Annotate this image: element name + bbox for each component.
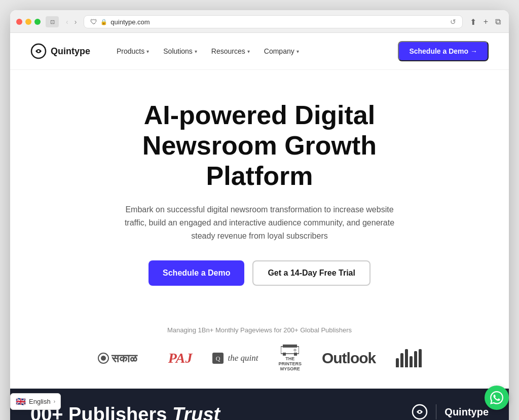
paj-logo: PAJ [168, 348, 193, 368]
dark-logo-area: Quintype [412, 404, 489, 420]
quintype-logo-icon [30, 43, 47, 59]
printers-text: THEPRINTERSMYSORE [278, 357, 302, 372]
nav-company[interactable]: Company ▾ [258, 43, 305, 59]
refresh-icon[interactable]: ↺ [450, 18, 456, 26]
url-text: quintype.com [110, 18, 150, 26]
bar4 [410, 356, 413, 367]
logo-area[interactable]: Quintype [30, 43, 90, 59]
windows-button[interactable]: ⧉ [493, 16, 503, 27]
printers-mysore-logo: THEPRINTERSMYSORE [278, 348, 302, 368]
logo-text: Quintype [51, 46, 90, 57]
svg-rect-7 [281, 347, 299, 354]
bar6 [419, 349, 422, 367]
svg-point-11 [294, 349, 296, 351]
language-selector[interactable]: 🇬🇧 English › [10, 393, 61, 410]
publishers-section: Managing 1Bn+ Monthly Pageviews for 200+… [10, 311, 509, 389]
dark-logo-divider [436, 404, 436, 419]
nav-resources[interactable]: Resources ▾ [205, 43, 256, 59]
flag-icon: 🇬🇧 [16, 397, 26, 406]
hero-schedule-demo-button[interactable]: Schedule a Demo [149, 260, 244, 286]
resources-chevron-icon: ▾ [247, 49, 250, 54]
browser-controls: ⊡ [46, 16, 59, 27]
publishers-logos: सकाळ PAJ Q the quint [30, 348, 489, 368]
svg-point-13 [419, 411, 421, 413]
traffic-lights [16, 19, 41, 25]
back-button[interactable]: ‹ [64, 17, 70, 27]
products-chevron-icon: ▾ [146, 49, 149, 54]
language-label: English [29, 398, 51, 405]
printers-icon [281, 345, 299, 356]
address-bar[interactable]: 🛡 🔒 quintype.com ↺ [84, 15, 462, 28]
sidebar-toggle[interactable]: ⊡ [46, 16, 59, 27]
nav-company-label: Company [264, 47, 294, 55]
hero-title: AI-powered Digital Newsroom Growth Platf… [87, 100, 432, 191]
nav-solutions[interactable]: Solutions ▾ [157, 43, 203, 59]
svg-point-3 [101, 356, 106, 361]
company-chevron-icon: ▾ [296, 49, 299, 54]
svg-rect-10 [294, 353, 297, 356]
publishers-label: Managing 1Bn+ Monthly Pageviews for 200+… [30, 326, 489, 334]
solutions-chevron-icon: ▾ [195, 49, 197, 54]
whatsapp-icon [490, 391, 503, 404]
bar1 [396, 358, 399, 367]
barchart-icon [396, 349, 422, 367]
dark-section: 00+ Publishers Trust Quintype [10, 389, 509, 420]
hero-section: AI-powered Digital Newsroom Growth Platf… [10, 70, 509, 311]
barchart-logo [396, 348, 422, 368]
bar2 [400, 353, 403, 367]
page-content: Quintype Products ▾ Solutions ▾ Resource… [10, 33, 509, 420]
share-button[interactable]: ⬆ [468, 16, 478, 28]
forward-button[interactable]: › [72, 17, 79, 27]
lock-icon: 🔒 [100, 19, 107, 25]
hero-free-trial-button[interactable]: Get a 14-Day Free Trial [252, 260, 370, 286]
quint-logo: Q the quint [212, 348, 258, 368]
outlook-logo: Outlook [322, 348, 376, 368]
language-chevron-icon: › [54, 399, 55, 404]
nav-solutions-label: Solutions [163, 47, 193, 55]
dark-quintype-icon [412, 404, 428, 420]
minimize-button[interactable] [25, 19, 31, 25]
close-button[interactable] [16, 19, 22, 25]
svg-text:Q: Q [216, 355, 220, 362]
hero-buttons: Schedule a Demo Get a 14-Day Free Trial [30, 260, 489, 286]
quint-icon: Q [212, 353, 224, 364]
security-icon: 🛡 [90, 18, 97, 26]
nav-products-label: Products [117, 47, 144, 55]
nav-resources-label: Resources [211, 47, 245, 55]
dark-logo-text: Quintype [444, 406, 489, 418]
nav-schedule-demo-button[interactable]: Schedule a Demo → [398, 41, 489, 61]
paj-text: PAJ [168, 350, 193, 366]
bar5 [414, 351, 417, 367]
whatsapp-button[interactable] [485, 386, 509, 410]
svg-text:सकाळ: सकाळ [111, 352, 138, 365]
sakal-text: सकाळ [97, 348, 148, 368]
new-tab-button[interactable]: + [481, 16, 490, 27]
svg-rect-8 [283, 345, 297, 348]
nav-products[interactable]: Products ▾ [110, 43, 155, 59]
sakal-logo: सकाळ [97, 348, 148, 368]
nav-links: Products ▾ Solutions ▾ Resources ▾ Compa… [110, 43, 398, 59]
nav-arrows: ‹ › [64, 17, 79, 27]
navbar: Quintype Products ▾ Solutions ▾ Resource… [10, 33, 509, 70]
quint-text: the quint [228, 353, 258, 363]
browser-actions: ⬆ + ⧉ [468, 16, 503, 28]
outlook-text: Outlook [322, 350, 376, 367]
dark-text-line2: Trust [172, 404, 220, 420]
svg-point-1 [38, 50, 40, 52]
bar3 [405, 349, 408, 367]
browser-window: ⊡ ‹ › 🛡 🔒 quintype.com ↺ ⬆ + ⧉ [10, 10, 509, 420]
hero-subtitle: Embark on successful digital newsroom tr… [123, 203, 396, 242]
browser-chrome: ⊡ ‹ › 🛡 🔒 quintype.com ↺ ⬆ + ⧉ [10, 10, 509, 33]
maximize-button[interactable] [34, 19, 41, 25]
svg-rect-9 [283, 353, 286, 356]
